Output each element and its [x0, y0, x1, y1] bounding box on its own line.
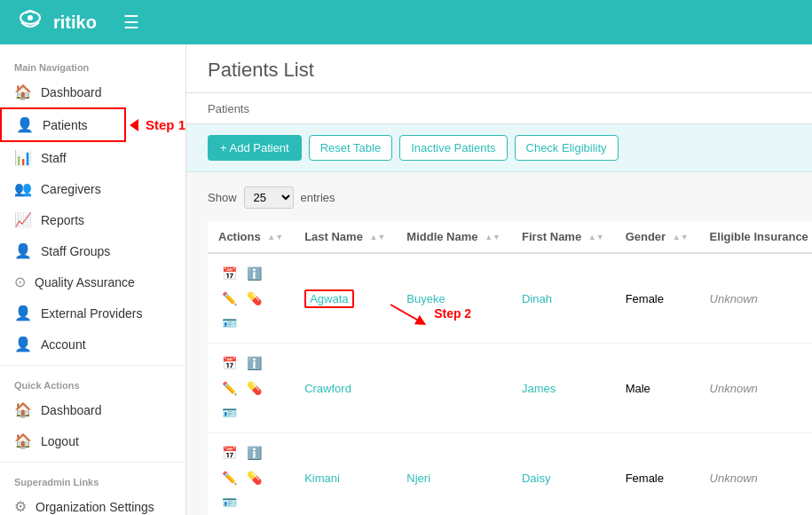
check-eligibility-button[interactable]: Check Eligibility	[515, 135, 619, 161]
row-last-name: Agwata	[294, 253, 396, 344]
sidebar-item-dashboard[interactable]: 🏠 Dashboard	[0, 76, 185, 107]
logo-text: ritiko	[53, 12, 97, 33]
row-eligible-insurance: Unknown	[699, 433, 812, 516]
sidebar-item-reports[interactable]: 📈 Reports	[0, 204, 185, 235]
caregivers-icon: 👥	[14, 180, 32, 197]
col-eligible-insurance: Eligible Insurance ▲▼	[699, 221, 812, 253]
patients-table: Actions ▲▼ Last Name ▲▼ Middle Name ▲▼	[208, 221, 812, 515]
sort-first-name[interactable]: ▲▼	[588, 234, 604, 242]
entries-select[interactable]: 25 50 100	[244, 186, 294, 209]
id-icon[interactable]: 🪪	[218, 313, 240, 334]
pills-icon[interactable]: 💊	[243, 377, 264, 399]
main-layout: Main Navigation 🏠 Dashboard 👤 Patients S…	[0, 44, 812, 515]
col-actions: Actions ▲▼	[208, 221, 294, 253]
middle-name-link[interactable]: Njeri	[406, 471, 430, 485]
sidebar-item-external-providers[interactable]: 👤 External Providers	[0, 297, 185, 329]
row-gender: Female	[615, 253, 699, 344]
col-first-name: First Name ▲▼	[511, 221, 615, 253]
reports-icon: 📈	[14, 211, 32, 228]
info-icon[interactable]: ℹ️	[243, 263, 264, 284]
sidebar-item-label: Quality Assurance	[35, 275, 135, 289]
first-name-link[interactable]: Daisy	[522, 471, 551, 485]
account-icon: 👤	[14, 336, 32, 353]
pills-icon[interactable]: 💊	[243, 288, 264, 309]
edit-icon[interactable]: ✏️	[218, 377, 240, 399]
last-name-link[interactable]: Kimani	[304, 471, 340, 485]
qa-dashboard-icon: 🏠	[14, 401, 32, 418]
show-label: Show	[208, 191, 237, 204]
sidebar-item-logout[interactable]: 🏠 Logout	[0, 425, 185, 456]
page-title: Patients List	[208, 59, 791, 82]
col-middle-name: Middle Name ▲▼	[396, 221, 511, 253]
sort-gender[interactable]: ▲▼	[673, 234, 689, 242]
sidebar-item-staff[interactable]: 📊 Staff	[0, 142, 185, 173]
row-middle-name: Njeri	[396, 433, 511, 516]
col-gender: Gender ▲▼	[615, 221, 699, 253]
sidebar-item-caregivers[interactable]: 👥 Caregivers	[0, 173, 185, 204]
row-actions: 📅 ℹ️ ✏️ 💊 🪪	[208, 433, 294, 516]
sidebar-item-staff-groups[interactable]: 👤 Staff Groups	[0, 235, 185, 266]
logout-icon: 🏠	[14, 432, 32, 449]
svg-point-1	[28, 15, 33, 20]
reset-table-button[interactable]: Reset Table	[309, 135, 392, 161]
row-gender: Female	[615, 433, 699, 516]
id-icon[interactable]: 🪪	[218, 492, 240, 513]
table-row: 📅 ℹ️ ✏️ 💊 🪪 Kimani Njeri	[208, 433, 812, 516]
table-row: 📅 ℹ️ ✏️ 💊 🪪 Agwata	[208, 253, 812, 344]
org-settings-icon: ⚙	[14, 498, 27, 515]
sidebar-item-label: Patients	[43, 118, 88, 132]
info-icon[interactable]: ℹ️	[243, 442, 264, 464]
row-actions: 📅 ℹ️ ✏️ 💊 🪪	[208, 344, 294, 433]
sort-last-name[interactable]: ▲▼	[370, 234, 386, 242]
calendar-icon[interactable]: 📅	[218, 263, 240, 284]
sidebar-item-account[interactable]: 👤 Account	[0, 329, 185, 360]
action-icons: 📅 ℹ️ ✏️ 💊 🪪	[218, 353, 283, 424]
breadcrumb: Patients	[208, 95, 249, 115]
row-eligible-insurance: Unknown	[699, 344, 812, 433]
sort-actions[interactable]: ▲▼	[267, 234, 283, 242]
app-header: ritiko ☰	[0, 0, 812, 44]
row-first-name: Dinah	[511, 253, 615, 344]
first-name-link[interactable]: James	[522, 382, 556, 395]
first-name-link[interactable]: Dinah	[522, 292, 552, 305]
edit-icon[interactable]: ✏️	[218, 467, 240, 488]
edit-icon[interactable]: ✏️	[218, 288, 240, 309]
table-section: Show 25 50 100 entries Actions ▲▼	[186, 172, 812, 515]
last-name-link[interactable]: Agwata	[310, 292, 348, 305]
add-patient-button[interactable]: + Add Patient	[208, 135, 302, 161]
sidebar-item-label: Staff	[41, 151, 67, 165]
staff-groups-icon: 👤	[14, 242, 32, 259]
sidebar-item-label: Reports	[41, 213, 84, 227]
patients-icon: 👤	[16, 116, 34, 133]
info-icon[interactable]: ℹ️	[243, 353, 264, 374]
pills-icon[interactable]: 💊	[243, 467, 264, 488]
superadmin-label: Superadmin Links	[0, 468, 185, 491]
quick-actions-label: Quick Actions	[0, 371, 185, 394]
sort-middle-name[interactable]: ▲▼	[485, 234, 501, 242]
sidebar-item-qa-dashboard[interactable]: 🏠 Dashboard	[0, 394, 185, 425]
calendar-icon[interactable]: 📅	[218, 353, 240, 374]
sidebar-item-label: Account	[41, 337, 86, 352]
logo: ritiko	[14, 6, 97, 38]
row-first-name: Daisy	[511, 433, 615, 516]
row-gender: Male	[615, 344, 699, 433]
row-actions: 📅 ℹ️ ✏️ 💊 🪪	[208, 253, 294, 344]
sidebar-item-label: Dashboard	[41, 85, 102, 99]
inactive-patients-button[interactable]: Inactive Patients	[399, 135, 507, 161]
sidebar-item-patients[interactable]: 👤 Patients	[0, 107, 126, 142]
last-name-link[interactable]: Crawford	[304, 382, 351, 395]
main-content: Patients List Patients + Add Patient Res…	[186, 44, 812, 515]
id-icon[interactable]: 🪪	[218, 402, 240, 424]
sidebar-divider-2	[0, 462, 185, 463]
row-middle-name	[396, 344, 511, 433]
sidebar-item-label: Dashboard	[41, 403, 102, 417]
sidebar-item-org-settings[interactable]: ⚙ Organization Settings	[0, 491, 185, 515]
main-nav-label: Main Navigation	[0, 53, 185, 76]
sidebar-divider	[0, 365, 185, 366]
hamburger-icon[interactable]: ☰	[123, 12, 139, 33]
calendar-icon[interactable]: 📅	[218, 442, 240, 464]
toolbar: + Add Patient Reset Table Inactive Patie…	[186, 124, 812, 172]
sidebar-item-label: Staff Groups	[41, 244, 110, 258]
logo-icon	[14, 6, 46, 38]
sidebar-item-quality-assurance[interactable]: ⊙ Quality Assurance	[0, 266, 185, 297]
